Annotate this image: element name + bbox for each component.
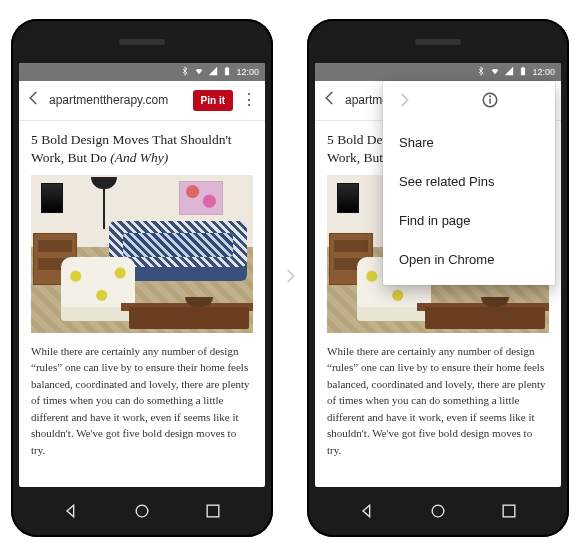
menu-item-find-in-page[interactable]: Find in page (383, 201, 555, 240)
nav-back-icon[interactable] (358, 501, 378, 525)
article-title-sub: (And Why) (110, 150, 168, 165)
chevron-right-icon (281, 262, 299, 294)
status-time: 12:00 (532, 67, 555, 77)
battery-icon (518, 66, 528, 78)
article-paragraph: While there are certainly any number of … (31, 343, 253, 459)
article-paragraph: While there are certainly any number of … (327, 343, 549, 459)
status-time: 12:00 (236, 67, 259, 77)
nav-recents-icon[interactable] (203, 501, 223, 525)
page-content: 5 Bold Design Moves That Shouldn't Work,… (19, 121, 265, 487)
wifi-icon (194, 66, 204, 78)
overflow-menu: Share See related Pins Find in page Open… (383, 81, 555, 285)
overflow-button[interactable]: ⋮ (239, 94, 259, 106)
bluetooth-icon (180, 66, 190, 78)
svg-rect-0 (227, 66, 229, 67)
wifi-icon (490, 66, 500, 78)
info-button[interactable] (481, 91, 499, 113)
signal-icon (504, 66, 514, 78)
nav-back-icon[interactable] (62, 501, 82, 525)
phone-speaker (119, 39, 165, 45)
nav-home-icon[interactable] (428, 501, 448, 525)
pin-it-button[interactable]: Pin it (193, 90, 233, 111)
svg-point-6 (490, 95, 491, 96)
phone-right: 12:00 apartmenttherapy.com 5 Bold Design… (307, 19, 569, 537)
menu-item-related-pins[interactable]: See related Pins (383, 162, 555, 201)
menu-item-share[interactable]: Share (383, 123, 555, 162)
status-bar: 12:00 (19, 63, 265, 81)
android-nav (11, 501, 273, 525)
back-button[interactable] (25, 89, 43, 111)
phone-speaker (415, 39, 461, 45)
menu-item-open-in-chrome[interactable]: Open in Chrome (383, 240, 555, 279)
android-nav (307, 501, 569, 525)
svg-point-7 (432, 505, 444, 517)
svg-rect-2 (207, 505, 219, 517)
signal-icon (208, 66, 218, 78)
screen-right: 12:00 apartmenttherapy.com 5 Bold Design… (315, 63, 561, 487)
svg-rect-3 (523, 66, 525, 67)
app-bar: apartmenttherapy.com Pin it ⋮ (19, 81, 265, 121)
svg-rect-8 (503, 505, 515, 517)
battery-icon (222, 66, 232, 78)
back-button[interactable] (321, 89, 339, 111)
screen-left: 12:00 apartmenttherapy.com Pin it ⋮ 5 Bo… (19, 63, 265, 487)
nav-home-icon[interactable] (132, 501, 152, 525)
hero-image (31, 175, 253, 333)
article-title: 5 Bold Design Moves That Shouldn't Work,… (31, 131, 253, 167)
url-text[interactable]: apartmenttherapy.com (49, 93, 187, 107)
status-bar: 12:00 (315, 63, 561, 81)
forward-button[interactable] (395, 91, 413, 113)
bluetooth-icon (476, 66, 486, 78)
phone-left: 12:00 apartmenttherapy.com Pin it ⋮ 5 Bo… (11, 19, 273, 537)
svg-point-1 (136, 505, 148, 517)
nav-recents-icon[interactable] (499, 501, 519, 525)
